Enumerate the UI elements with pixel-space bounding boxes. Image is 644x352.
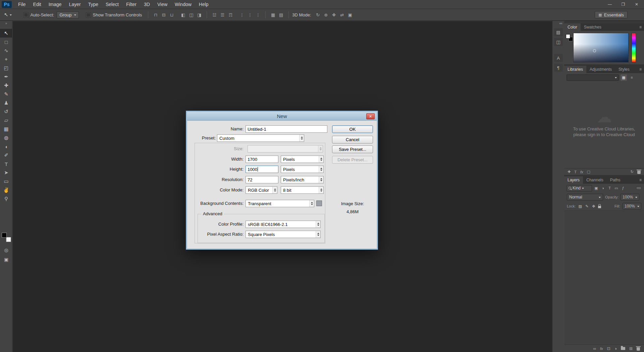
hue-slider[interactable] <box>632 33 636 62</box>
tab-adjustments[interactable]: Adjustments <box>586 66 615 73</box>
auto-align-layers-icon[interactable]: ▦ <box>270 12 276 17</box>
filter-shape-layers-icon[interactable]: ▭ <box>614 186 619 190</box>
delete-library-item-icon[interactable] <box>637 171 641 174</box>
filter-adjustment-layers-icon[interactable]: ◑ <box>600 186 605 190</box>
distribute-top-edges-icon[interactable]: ☳ <box>211 12 218 17</box>
foreground-color-swatch[interactable] <box>2 233 7 238</box>
eyedropper-tool[interactable]: ✒ <box>0 72 12 81</box>
filter-type-layers-icon[interactable]: T <box>607 186 612 190</box>
filter-kind-dropdown[interactable]: Kind <box>567 185 592 191</box>
lasso-tool[interactable]: ∿ <box>0 46 12 55</box>
menu-help[interactable]: Help <box>195 0 212 9</box>
rectangle-tool[interactable]: ▭ <box>0 177 12 186</box>
layer-mask-icon[interactable]: ⊡ <box>607 346 610 351</box>
align-distribute-options-icon[interactable]: ▤ <box>278 12 284 17</box>
foreground-color-swatch[interactable] <box>566 34 570 39</box>
menu-type[interactable]: Type <box>85 0 102 9</box>
saturation-brightness-field[interactable] <box>573 33 629 62</box>
menu-image[interactable]: Image <box>45 0 65 9</box>
distribute-bottom-edges-icon[interactable]: ☶ <box>227 12 234 17</box>
new-layer-icon[interactable]: ⊞ <box>629 346 633 351</box>
restore-button[interactable]: ❐ <box>620 2 627 7</box>
blend-mode-dropdown[interactable]: Normal <box>567 194 603 200</box>
zoom-tool[interactable]: ⚲ <box>0 194 12 203</box>
tab-layers[interactable]: Layers <box>564 176 583 184</box>
background-color-swatch[interactable] <box>316 200 322 206</box>
gradient-tool[interactable]: ▦ <box>0 125 12 133</box>
align-bottom-edges-icon[interactable]: ⊔ <box>168 12 175 17</box>
tab-color[interactable]: Color <box>564 23 581 31</box>
eraser-tool[interactable]: ▱ <box>0 116 12 125</box>
distribute-horizontal-centers-icon[interactable]: ⋮ <box>247 12 253 17</box>
quick-selection-tool[interactable]: ⌖ <box>0 55 12 64</box>
tab-paths[interactable]: Paths <box>607 176 624 184</box>
tab-swatches[interactable]: Swatches <box>581 23 605 31</box>
color-profile-dropdown[interactable]: sRGB IEC61966-2.1 <box>246 221 321 228</box>
rectangular-marquee-tool[interactable]: □ <box>0 38 12 46</box>
align-horizontal-centers-icon[interactable]: ◫ <box>188 12 195 17</box>
blur-tool[interactable]: ◍ <box>0 133 12 142</box>
adjustment-layer-icon[interactable]: ◑ <box>614 346 617 351</box>
3d-roll-icon[interactable]: ⊕ <box>323 12 329 17</box>
paragraph-panel-button[interactable]: ¶ <box>554 64 563 72</box>
panel-menu-icon[interactable]: ≡ <box>637 176 644 184</box>
tab-libraries[interactable]: Libraries <box>564 66 586 73</box>
workspace-switcher-button[interactable]: ▦ Essentials <box>595 11 628 18</box>
add-color-icon[interactable]: ▢ <box>587 170 590 174</box>
align-left-edges-icon[interactable]: ◧ <box>180 12 186 17</box>
distribute-vertical-centers-icon[interactable]: ☰ <box>219 12 226 17</box>
pixel-aspect-ratio-dropdown[interactable]: Square Pixels <box>246 231 321 238</box>
menu-edit[interactable]: Edit <box>30 0 45 9</box>
foreground-background-colors[interactable] <box>2 233 11 242</box>
pen-tool[interactable]: ✐ <box>0 151 12 160</box>
tools-panel-expander[interactable]: » <box>0 21 12 26</box>
list-view-icon[interactable]: ≡ <box>629 74 635 81</box>
color-panel-swatches[interactable] <box>566 34 574 42</box>
3d-scale-icon[interactable]: ▣ <box>347 12 354 17</box>
add-graphic-icon[interactable]: ✚ <box>568 170 571 174</box>
3d-drag-icon[interactable]: ✥ <box>331 12 337 17</box>
type-tool[interactable]: T <box>0 160 12 168</box>
lock-all-icon[interactable] <box>598 206 601 208</box>
align-right-edges-icon[interactable]: ◨ <box>196 12 203 17</box>
spot-healing-brush-tool[interactable]: ✚ <box>0 81 12 90</box>
name-input[interactable]: Untitled-1 <box>246 125 327 133</box>
screen-mode-button[interactable]: ▣ <box>0 257 12 262</box>
sync-icon[interactable]: ↻ <box>631 170 634 174</box>
bit-depth-dropdown[interactable]: 8 bit <box>281 186 324 194</box>
tab-channels[interactable]: Channels <box>583 176 607 184</box>
lock-image-pixels-icon[interactable]: ✎ <box>585 204 589 209</box>
3d-slide-icon[interactable]: ⇄ <box>339 12 345 17</box>
menu-view[interactable]: View <box>154 0 171 9</box>
panel-menu-icon[interactable]: ≡ <box>637 66 644 73</box>
crop-tool[interactable]: ◰ <box>0 64 12 72</box>
resolution-unit-dropdown[interactable]: Pixels/Inch <box>281 176 324 183</box>
lock-transparent-pixels-icon[interactable]: ▨ <box>578 204 582 209</box>
history-panel-button[interactable]: ▤ <box>554 28 563 36</box>
color-mode-dropdown[interactable]: RGB Color <box>246 186 277 194</box>
delete-layer-icon[interactable] <box>637 347 640 351</box>
auto-select-target-dropdown[interactable]: Group <box>57 11 78 18</box>
hand-tool[interactable]: ✌ <box>0 186 12 194</box>
width-input[interactable]: 1700 <box>246 156 278 163</box>
menu-file[interactable]: File <box>14 0 30 9</box>
height-unit-dropdown[interactable]: Pixels <box>281 166 324 173</box>
3d-rotate-icon[interactable]: ↻ <box>315 12 321 17</box>
link-layers-icon[interactable]: ∞ <box>593 346 596 351</box>
minimize-button[interactable]: — <box>606 2 613 7</box>
width-unit-dropdown[interactable]: Pixels <box>281 156 324 163</box>
dialog-close-button[interactable]: ✕ <box>366 113 375 119</box>
layers-list[interactable] <box>564 211 644 345</box>
current-tool-preset[interactable]: ↖ <box>4 12 12 18</box>
menu-window[interactable]: Window <box>171 0 195 9</box>
distribute-left-edges-icon[interactable]: ⋮ <box>238 12 245 17</box>
character-panel-button[interactable]: A <box>554 54 563 62</box>
distribute-right-edges-icon[interactable]: ⋮ <box>255 12 261 17</box>
height-input[interactable]: 1000 <box>246 166 278 173</box>
history-brush-tool[interactable]: ↺ <box>0 107 12 116</box>
preset-dropdown[interactable]: Custom <box>217 134 304 142</box>
tab-styles[interactable]: Styles <box>615 66 633 73</box>
ok-button[interactable]: OK <box>332 125 373 133</box>
fill-dropdown[interactable]: 100% <box>623 203 641 210</box>
save-preset-button[interactable]: Save Preset... <box>332 145 373 153</box>
